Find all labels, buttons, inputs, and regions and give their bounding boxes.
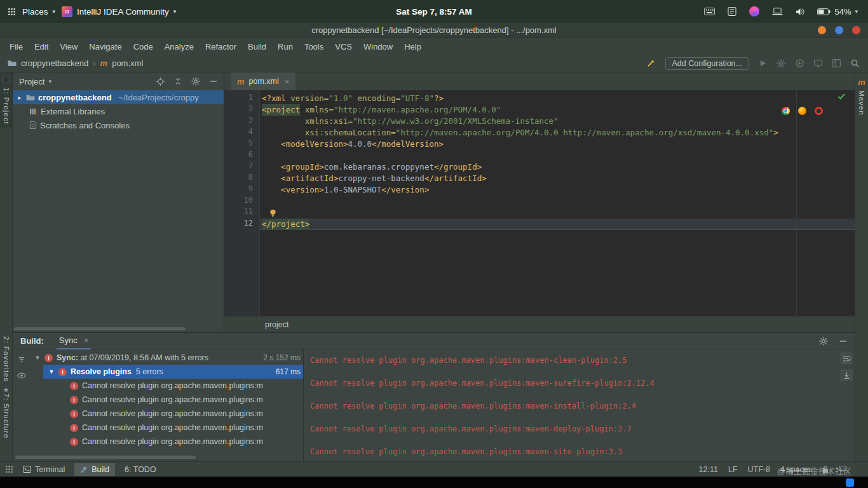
filter-messages-icon[interactable] (18, 356, 25, 363)
indent-widget[interactable]: 4 spaces (780, 465, 812, 474)
build-tab-sync[interactable]: Sync × (57, 333, 92, 349)
soft-wrap-icon[interactable] (841, 353, 852, 364)
close-tab-icon[interactable]: × (285, 77, 290, 86)
opera-icon[interactable] (815, 107, 823, 115)
inspections-ok-icon[interactable] (837, 93, 846, 100)
build-group-row[interactable]: ▼!Resolve plugins 5 errors617 ms (43, 365, 303, 379)
tab-pom-xml[interactable]: m pom.xml × (231, 72, 295, 90)
intention-bulb-icon[interactable] (269, 209, 276, 217)
menu-item-window[interactable]: Window (358, 39, 398, 54)
menu-item-navigate[interactable]: Navigate (83, 39, 127, 54)
event-log-icon[interactable] (839, 466, 846, 473)
add-configuration-button[interactable]: Add Configuration... (665, 57, 750, 70)
firefox-icon[interactable] (798, 107, 806, 115)
code-line-11[interactable] (260, 207, 855, 219)
breadcrumb-tag[interactable]: project (265, 320, 289, 329)
code-line-4[interactable]: xsi:schemaLocation="http://maven.apache.… (260, 127, 855, 139)
collapse-all-icon[interactable] (174, 78, 182, 85)
close-button[interactable] (852, 26, 860, 34)
line-separator-widget[interactable]: LF (728, 465, 738, 474)
scratches-node[interactable]: Scratches and Consoles (13, 118, 224, 132)
code-editor[interactable]: 123456789101112 <?xml version="1.0" enco… (224, 90, 855, 316)
view-options-eye-icon[interactable] (17, 372, 26, 379)
menu-item-analyze[interactable]: Analyze (159, 39, 200, 54)
app-menu[interactable]: IJ IntelliJ IDEA Community ▾ (62, 6, 176, 17)
code-line-9[interactable]: <version>1.0-SNAPSHOT</version> (260, 184, 855, 196)
menu-item-edit[interactable]: Edit (29, 39, 54, 54)
volume-icon[interactable] (796, 8, 804, 16)
code-line-5[interactable]: <modelVersion>4.0.0</modelVersion> (260, 139, 855, 150)
statusbar-todo-button[interactable]: 6: TODO (119, 463, 162, 476)
wand-icon[interactable] (647, 59, 655, 67)
encoding-widget[interactable]: UTF-8 (748, 465, 770, 474)
tool-windows-icon[interactable] (814, 60, 822, 67)
build-group-row[interactable]: ▼!Sync: at 07/09/2019, 8:56 AM with 5 er… (31, 351, 303, 365)
breadcrumb-file[interactable]: pom.xml (112, 58, 143, 68)
external-libraries-node[interactable]: External Libraries (13, 104, 224, 118)
tool-window-switcher-icon[interactable] (5, 465, 13, 473)
tool-stripe-structure[interactable]: 7: Structure (0, 390, 12, 442)
code-line-6[interactable] (260, 150, 855, 161)
minimize-button[interactable] (818, 26, 826, 34)
scroll-to-end-icon[interactable] (841, 370, 852, 381)
build-error-row[interactable]: !Cannot resolve plugin org.apache.maven.… (31, 379, 303, 393)
tool-stripe-favorites[interactable]: 2: Favorites ★ (0, 333, 12, 397)
code-line-8[interactable]: <artifactId>croppy-net-backend</artifact… (260, 173, 855, 184)
code-line-12[interactable]: </project> (260, 219, 855, 230)
build-error-row[interactable]: !Cannot resolve plugin org.apache.maven.… (31, 407, 303, 421)
code-line-10[interactable] (260, 196, 855, 207)
horizontal-scrollbar[interactable] (15, 456, 196, 459)
lock-icon[interactable] (822, 466, 829, 473)
caret-position-widget[interactable]: 12:11 (699, 465, 718, 474)
project-view-selector[interactable]: Project ▾ (19, 77, 51, 86)
hide-panel-icon[interactable] (210, 78, 217, 85)
statusbar-terminal-button[interactable]: Terminal (17, 463, 71, 476)
tool-stripe-project[interactable]: 1: Project (0, 72, 12, 128)
run-icon[interactable] (759, 60, 766, 67)
menu-item-vcs[interactable]: VCS (329, 39, 358, 54)
update-icon[interactable] (796, 59, 804, 67)
horizontal-scrollbar[interactable] (14, 327, 186, 330)
menu-item-view[interactable]: View (54, 39, 83, 54)
layout-icon[interactable] (832, 59, 841, 67)
apps-grid-icon[interactable] (8, 8, 16, 16)
expand-arrow-icon[interactable]: ▼ (34, 355, 41, 361)
menu-item-help[interactable]: Help (398, 39, 427, 54)
app-indicator-icon[interactable] (749, 6, 759, 17)
build-error-row[interactable]: !Cannot resolve plugin org.apache.maven.… (31, 393, 303, 407)
statusbar-build-button[interactable]: Build (74, 463, 115, 476)
build-error-row[interactable]: !Cannot resolve plugin org.apache.maven.… (31, 421, 303, 435)
build-settings-gear-icon[interactable] (819, 337, 828, 346)
menu-item-refactor[interactable]: Refactor (200, 39, 242, 54)
settings-gear-icon[interactable] (776, 59, 785, 68)
places-menu[interactable]: Places ▾ (22, 7, 55, 17)
tool-stripe-maven[interactable]: m Maven (855, 75, 868, 119)
expand-arrow-icon[interactable]: ▼ (48, 369, 55, 375)
close-tab-icon[interactable]: × (84, 336, 89, 345)
search-everywhere-icon[interactable] (851, 59, 859, 67)
code-line-2[interactable]: <project xmlns="http://maven.apache.org/… (260, 104, 855, 116)
battery-status[interactable]: 54% ▾ (817, 7, 858, 17)
project-root-node[interactable]: ▸ croppynetbackend ~/IdeaProjects/croppy (13, 90, 224, 104)
breadcrumb-project[interactable]: croppynetbackend (21, 58, 88, 68)
maximize-button[interactable] (835, 26, 843, 34)
menu-item-build[interactable]: Build (242, 39, 272, 54)
code-line-7[interactable]: <groupId>com.kebaranas.croppynet</groupI… (260, 161, 855, 173)
locate-file-icon[interactable] (156, 78, 165, 86)
display-icon[interactable] (772, 8, 783, 15)
expand-arrow-icon[interactable]: ▸ (17, 94, 23, 101)
menu-item-tools[interactable]: Tools (299, 39, 329, 54)
menu-item-code[interactable]: Code (128, 39, 159, 54)
panel-settings-gear-icon[interactable] (191, 77, 200, 86)
menu-item-run[interactable]: Run (272, 39, 299, 54)
build-error-row[interactable]: !Cannot resolve plugin org.apache.maven.… (31, 435, 303, 449)
system-clock[interactable]: Sat Sep 7, 8:57 AM (396, 7, 472, 17)
notes-indicator-icon[interactable] (728, 7, 736, 16)
code-line-1[interactable]: <?xml version="1.0" encoding="UTF-8"?> (260, 93, 855, 104)
chrome-icon[interactable] (782, 107, 790, 115)
hide-panel-icon[interactable] (839, 337, 847, 345)
code-line-3[interactable]: xmlns:xsi="http://www.w3.org/2001/XMLSch… (260, 116, 855, 127)
keyboard-indicator-icon[interactable] (704, 8, 715, 15)
menu-item-file[interactable]: File (4, 39, 29, 54)
build-console[interactable]: Cannot resolve plugin org.apache.maven.p… (304, 349, 838, 461)
